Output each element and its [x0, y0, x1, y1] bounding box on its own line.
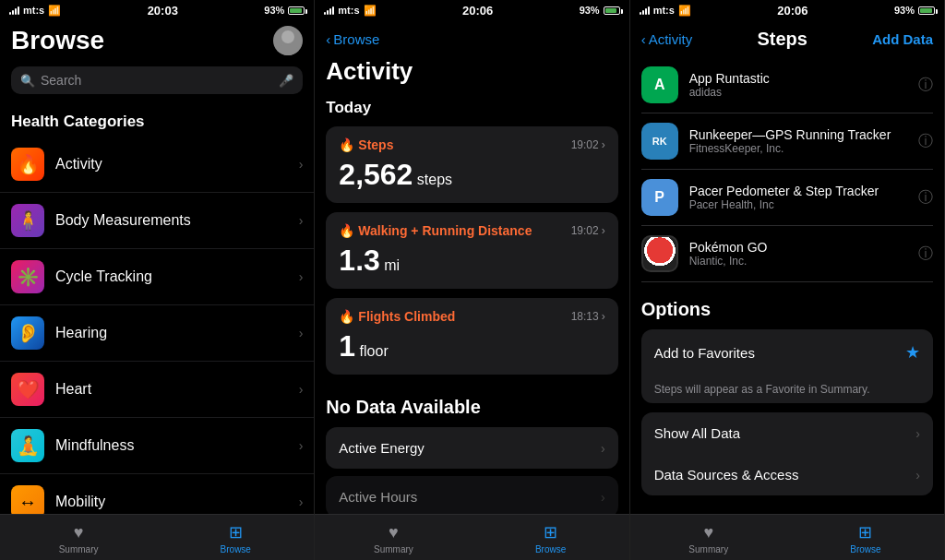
steps-nav: ‹ Activity Steps Add Data: [630, 20, 944, 57]
active-energy-label: Active Energy: [339, 440, 425, 456]
tab-browse[interactable]: ⊞ Browse: [157, 520, 314, 556]
tab-summary-3[interactable]: ♥ Summary: [630, 520, 787, 556]
pokemon-icon: [641, 235, 678, 272]
info-icon-pokemon[interactable]: ⓘ: [918, 244, 933, 264]
battery-icon-2: [604, 6, 620, 15]
status-right: 93%: [264, 5, 305, 16]
category-item-cycle[interactable]: ✳️ Cycle Tracking ›: [0, 249, 314, 305]
app-item-pacer[interactable]: P Pacer Pedometer & Step Tracker Pacer H…: [641, 170, 933, 226]
time-display: 20:03: [148, 4, 178, 18]
steps-scroll: A App Runtastic adidas ⓘ RK Runkeeper—GP…: [630, 57, 944, 514]
tab-summary[interactable]: ♥ Summary: [0, 520, 157, 556]
category-item-heart[interactable]: ❤️ Heart ›: [0, 362, 314, 418]
chevron-icon: ›: [299, 382, 304, 397]
flights-card[interactable]: 🔥 Flights Climbed 18:13 › 1 floor: [326, 298, 617, 375]
status-bar-activity: mt:s 📶 20:06 93%: [315, 0, 628, 20]
add-favorites-row[interactable]: Add to Favorites ★: [641, 329, 933, 375]
summary-tab-label-2: Summary: [374, 544, 413, 554]
chevron-flights: ›: [602, 310, 605, 323]
active-energy-row[interactable]: Active Energy ›: [326, 427, 617, 469]
runkeeper-icon: RK: [641, 123, 678, 160]
pacer-icon: P: [641, 179, 678, 216]
steps-panel: mt:s 📶 20:06 93% ‹ Activity Steps Add Da…: [630, 0, 945, 560]
category-item-body[interactable]: 🧍 Body Measurements ›: [0, 193, 314, 249]
status-bar-steps: mt:s 📶 20:06 93%: [630, 0, 944, 20]
chevron-icon: ›: [299, 494, 304, 509]
mic-icon[interactable]: 🎤: [279, 74, 293, 88]
walking-card[interactable]: 🔥 Walking + Running Distance 19:02 › 1.3…: [326, 212, 617, 289]
options-title: Options: [641, 292, 933, 329]
browse-tab-label-3: Browse: [850, 544, 880, 554]
category-item-mobility[interactable]: ↔️ Mobility ›: [0, 474, 314, 514]
no-data-section: No Data Available Active Energy › Active…: [326, 384, 617, 514]
steps-header: 🔥 Steps 19:02 ›: [339, 137, 604, 152]
chevron-icon: ›: [299, 213, 304, 228]
chevron-steps: ›: [602, 138, 605, 151]
chevron-active-hours: ›: [601, 490, 605, 505]
back-chevron: ‹: [326, 31, 330, 47]
steps-value: 2,562 steps: [339, 158, 604, 192]
app-item-runkeeper[interactable]: RK Runkeeper—GPS Running Tracker Fitness…: [641, 113, 933, 170]
category-item-activity[interactable]: 🔥 Activity ›: [0, 137, 314, 193]
chevron-icon: ›: [299, 326, 304, 340]
activity-label: Activity: [55, 156, 288, 173]
tab-browse-3[interactable]: ⊞ Browse: [787, 520, 944, 556]
activity-panel: mt:s 📶 20:06 93% ‹ Browse Activity Today…: [315, 0, 629, 560]
chevron-walking: ›: [602, 224, 605, 237]
browse-tab-label: Browse: [221, 544, 251, 554]
steps-time: 19:02 ›: [571, 138, 605, 151]
steps-card[interactable]: 🔥 Steps 19:02 › 2,562 steps: [326, 126, 617, 203]
tab-summary-2[interactable]: ♥ Summary: [315, 520, 472, 556]
browse-tab-bar: ♥ Summary ⊞ Browse: [0, 514, 314, 560]
app-item-pokemon[interactable]: Pokémon GO Niantic, Inc. ⓘ: [641, 226, 933, 282]
runkeeper-name: Runkeeper—GPS Running Tracker: [689, 127, 907, 142]
flame-icon-2: 🔥: [339, 223, 354, 238]
flights-header: 🔥 Flights Climbed 18:13 ›: [339, 309, 604, 324]
chevron-active-energy: ›: [601, 441, 605, 456]
back-button-steps[interactable]: ‹ Activity: [641, 31, 693, 47]
heart-label: Heart: [55, 381, 288, 398]
search-bar[interactable]: 🔍 Search 🎤: [11, 66, 303, 94]
tab-browse-2[interactable]: ⊞ Browse: [472, 520, 629, 556]
pacer-maker: Pacer Health, Inc: [689, 198, 907, 211]
battery-icon: [288, 6, 305, 15]
steps-title: Steps: [692, 29, 872, 50]
heart-icon: ❤️: [11, 373, 44, 406]
carrier-text: mt:s: [23, 5, 44, 16]
chevron-show-all: ›: [915, 426, 920, 441]
app-item-runtastic[interactable]: A App Runtastic adidas ⓘ: [641, 57, 933, 113]
flights-value: 1 floor: [339, 329, 604, 363]
info-icon-runkeeper[interactable]: ⓘ: [918, 132, 933, 151]
active-hours-row[interactable]: Active Hours ›: [326, 476, 617, 514]
show-all-data-row[interactable]: Show All Data ›: [641, 412, 933, 454]
carrier-text-2: mt:s: [338, 5, 359, 16]
battery-text-3: 93%: [894, 5, 915, 16]
add-favorites-label: Add to Favorites: [654, 345, 755, 361]
status-left-2: mt:s 📶: [324, 5, 376, 17]
search-input[interactable]: Search: [41, 73, 273, 88]
mindfulness-label: Mindfulness: [55, 437, 288, 454]
pacer-info: Pacer Pedometer & Step Tracker Pacer Hea…: [689, 184, 907, 211]
star-icon: ★: [905, 342, 920, 363]
chevron-sources: ›: [915, 468, 920, 483]
pokemon-name: Pokémon GO: [689, 240, 907, 255]
data-sources-row[interactable]: Data Sources & Access ›: [641, 454, 933, 495]
hearing-label: Hearing: [55, 325, 288, 341]
browse-title: Browse: [11, 26, 273, 55]
pokemon-maker: Niantic, Inc.: [689, 255, 907, 268]
add-data-button[interactable]: Add Data: [872, 31, 933, 47]
signal-icon: [9, 6, 19, 15]
activity-icon: 🔥: [11, 148, 44, 181]
runkeeper-maker: FitnessKeeper, Inc.: [689, 142, 907, 155]
category-item-hearing[interactable]: 👂 Hearing ›: [0, 305, 314, 362]
summary-tab-icon-2: ♥: [389, 523, 399, 542]
back-button[interactable]: ‹ Browse: [326, 31, 379, 47]
info-icon-pacer[interactable]: ⓘ: [918, 188, 933, 208]
browse-tab-icon: ⊞: [229, 522, 243, 542]
category-item-mindfulness[interactable]: 🧘 Mindfulness ›: [0, 418, 314, 474]
chevron-icon: ›: [299, 438, 304, 453]
no-data-title: No Data Available: [326, 397, 617, 418]
body-label: Body Measurements: [55, 212, 288, 229]
info-icon-runtastic[interactable]: ⓘ: [918, 76, 933, 95]
user-avatar[interactable]: [273, 26, 303, 55]
